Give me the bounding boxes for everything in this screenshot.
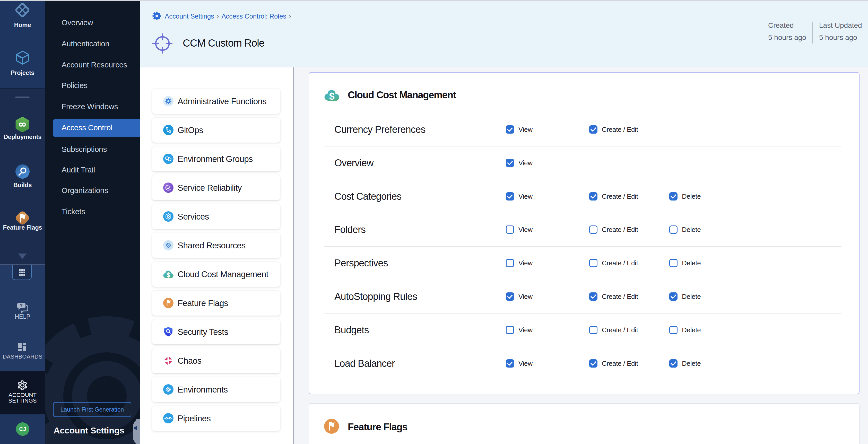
svg-text:$: $ — [329, 91, 334, 101]
svg-text:?: ? — [20, 303, 23, 308]
svg-text:$: $ — [166, 271, 170, 278]
